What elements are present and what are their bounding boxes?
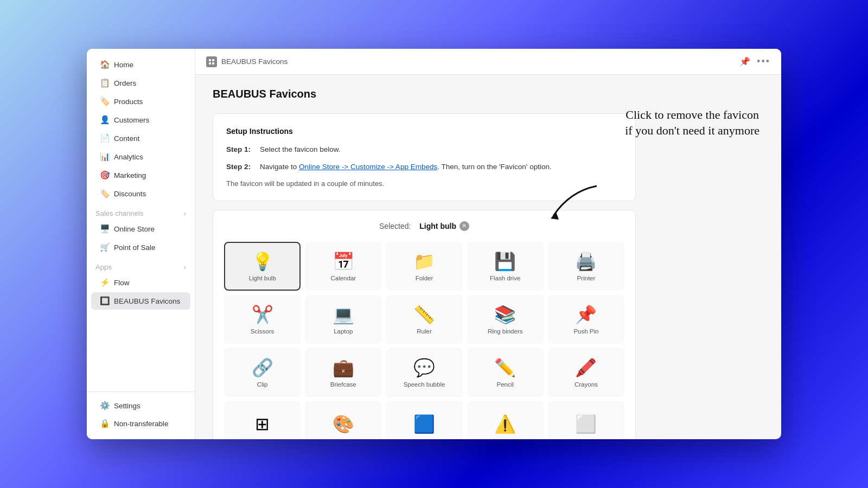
app-embeds-link[interactable]: Online Store -> Customize -> App Embeds <box>299 163 437 171</box>
gray-box-emoji: ⬜ <box>575 414 597 434</box>
selected-label: Selected: <box>379 222 411 230</box>
icon-cell-palette[interactable]: 🎨 <box>305 401 381 440</box>
icon-cell-clip[interactable]: 🔗Clip <box>224 348 301 397</box>
icon-cell-ruler[interactable]: 📏Ruler <box>386 295 462 344</box>
icon-cell-warning[interactable]: ⚠️ <box>467 401 544 440</box>
app-window: 🏠 Home 📋 Orders 🏷️ Products 👤 Customers … <box>87 49 781 439</box>
sidebar-item-online-store[interactable]: 🖥️ Online Store <box>91 220 190 237</box>
sidebar-item-orders[interactable]: 📋 Orders <box>91 74 190 92</box>
step2-label: Step 2: <box>226 162 256 172</box>
topbar-actions: 📌 ••• <box>739 56 770 67</box>
ring-binders-label: Ring binders <box>488 328 523 335</box>
breadcrumb: BEAUBUS Favicons <box>221 57 288 66</box>
sidebar-item-beaubus-favicons[interactable]: 🔲 BEAUBUS Favicons <box>91 292 190 310</box>
crayons-label: Crayons <box>575 381 598 388</box>
icon-cell-light-bulb[interactable]: 💡Light bulb <box>224 242 301 291</box>
step2-text-before: Navigate to <box>260 163 299 171</box>
icon-cell-flash-drive[interactable]: 💾Flash drive <box>467 242 544 291</box>
page-title: BEAUBUS Favicons <box>213 88 764 100</box>
ring-binders-emoji: 📚 <box>494 304 516 325</box>
calendar-emoji: 📅 <box>333 251 354 272</box>
icon-cell-push-pin[interactable]: 📌Push Pin <box>548 295 624 344</box>
sales-channels-section: Sales channels › <box>87 203 195 220</box>
sidebar-item-settings[interactable]: ⚙️ Settings <box>91 397 190 414</box>
sidebar-item-content[interactable]: 📄 Content <box>91 130 190 147</box>
setup-instructions-card: Setup Instructions Step 1: Select the fa… <box>213 113 636 201</box>
sidebar-item-home[interactable]: 🏠 Home <box>91 56 190 73</box>
icon-cell-laptop[interactable]: 💻Laptop <box>305 295 381 344</box>
sidebar-item-discounts[interactable]: 🏷️ Discounts <box>91 185 190 202</box>
speech-bubble-emoji: 💬 <box>413 357 435 378</box>
icon-cell-printer[interactable]: 🖨️Printer <box>548 242 624 291</box>
setup-heading: Setup Instructions <box>226 127 622 136</box>
svg-rect-0 <box>209 59 211 61</box>
icons-grid: 💡Light bulb📅Calendar📁Folder💾Flash drive🖨… <box>224 242 624 440</box>
briefcase-emoji: 💼 <box>333 357 354 378</box>
speech-bubble-label: Speech bubble <box>404 381 445 388</box>
icon-cell-grid[interactable]: ⊞ <box>224 401 301 440</box>
step1-text: Select the favicon below. <box>260 144 341 155</box>
analytics-icon: 📊 <box>100 152 110 162</box>
sidebar-item-flow[interactable]: ⚡ Flow <box>91 274 190 291</box>
svg-rect-3 <box>212 62 214 65</box>
icon-cell-scissors[interactable]: ✂️Scissors <box>224 295 301 344</box>
selected-name: Light bulb <box>419 222 456 230</box>
svg-rect-2 <box>209 62 211 65</box>
card-note: The favicon will be updated in a couple … <box>226 179 622 188</box>
more-options-button[interactable]: ••• <box>757 56 770 67</box>
push-pin-emoji: 📌 <box>575 304 597 325</box>
laptop-label: Laptop <box>334 328 353 335</box>
non-transferable-icon: 🔒 <box>100 419 110 428</box>
printer-emoji: 🖨️ <box>575 251 597 272</box>
icon-cell-pencil[interactable]: ✏️Pencil <box>467 348 544 397</box>
pos-icon: 🛒 <box>100 242 110 252</box>
sidebar-item-analytics[interactable]: 📊 Analytics <box>91 148 190 165</box>
palette-emoji: 🎨 <box>333 414 354 434</box>
apps-section: Apps › <box>87 256 195 273</box>
calendar-label: Calendar <box>330 275 356 281</box>
selected-bar: Selected: Light bulb ✕ <box>224 221 624 231</box>
sidebar-item-point-of-sale[interactable]: 🛒 Point of Sale <box>91 239 190 256</box>
icon-cell-gray-box[interactable]: ⬜ <box>548 401 624 440</box>
grid-emoji: ⊞ <box>255 414 270 434</box>
svg-rect-1 <box>212 59 214 61</box>
step2-row: Step 2: Navigate to Online Store -> Cust… <box>226 162 622 172</box>
flash-drive-emoji: 💾 <box>494 251 516 272</box>
icon-cell-ring-binders[interactable]: 📚Ring binders <box>467 295 544 344</box>
clip-emoji: 🔗 <box>252 357 273 378</box>
icon-cell-speech-bubble[interactable]: 💬Speech bubble <box>386 348 462 397</box>
icon-cell-folder[interactable]: 📁Folder <box>386 242 462 291</box>
pin-button[interactable]: 📌 <box>739 56 750 67</box>
home-icon: 🏠 <box>100 60 110 69</box>
sales-channels-expand[interactable]: › <box>184 209 186 217</box>
sidebar-item-products[interactable]: 🏷️ Products <box>91 93 190 110</box>
breadcrumb-icon <box>206 56 217 67</box>
clip-label: Clip <box>257 381 268 388</box>
folder-emoji: 📁 <box>413 251 435 272</box>
folder-label: Folder <box>416 275 433 281</box>
online-store-icon: 🖥️ <box>100 224 110 234</box>
step1-label: Step 1: <box>226 144 256 155</box>
icon-cell-teal-square[interactable]: 🟦 <box>386 401 462 440</box>
sidebar-item-marketing[interactable]: 🎯 Marketing <box>91 166 190 184</box>
orders-icon: 📋 <box>100 78 110 88</box>
apps-expand[interactable]: › <box>184 263 186 271</box>
icon-cell-briefcase[interactable]: 💼Briefcase <box>305 348 381 397</box>
laptop-emoji: 💻 <box>333 304 354 325</box>
sidebar-item-non-transferable[interactable]: 🔒 Non-transferable <box>91 415 190 432</box>
light-bulb-label: Light bulb <box>249 275 276 281</box>
remove-favicon-button[interactable]: ✕ <box>459 221 469 231</box>
pencil-emoji: ✏️ <box>494 357 516 378</box>
settings-icon: ⚙️ <box>100 401 110 410</box>
icon-cell-crayons[interactable]: 🖍️Crayons <box>548 348 624 397</box>
topbar: BEAUBUS Favicons 📌 ••• <box>195 49 781 75</box>
warning-emoji: ⚠️ <box>494 414 516 434</box>
content-icon: 📄 <box>100 133 110 143</box>
icon-cell-calendar[interactable]: 📅Calendar <box>305 242 381 291</box>
scissors-label: Scissors <box>251 328 274 335</box>
main-area: BEAUBUS Favicons 📌 ••• BEAUBUS Favicons … <box>195 49 781 439</box>
annotation-text: Click to remove the faviconif you don't … <box>625 107 760 138</box>
ruler-emoji: 📏 <box>413 304 435 325</box>
sidebar-item-customers[interactable]: 👤 Customers <box>91 111 190 129</box>
step2-text: Navigate to Online Store -> Customize ->… <box>260 162 552 172</box>
